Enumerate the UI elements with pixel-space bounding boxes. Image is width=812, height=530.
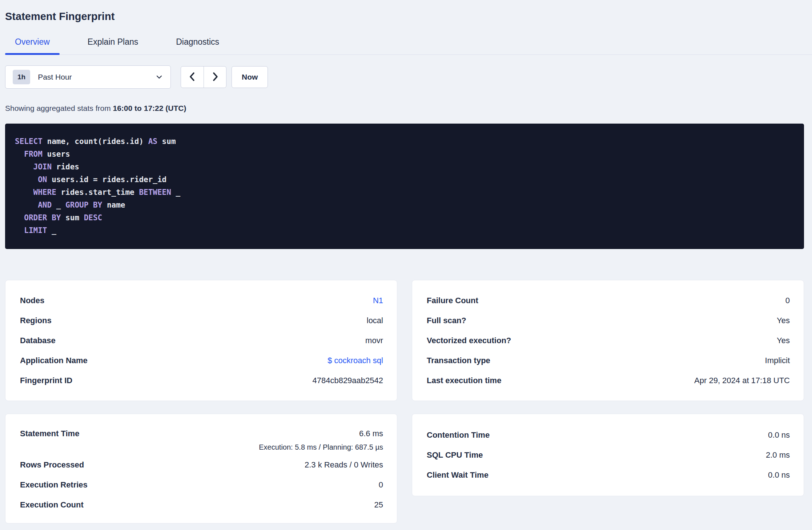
stat-subvalue: Execution: 5.8 ms / Planning: 687.5 µs xyxy=(20,443,383,455)
stat-row: Client Wait Time0.0 ns xyxy=(427,465,790,485)
aggregated-stats-summary: Showing aggregated stats from 16:00 to 1… xyxy=(5,104,812,113)
aggregated-stats-range: 16:00 to 17:22 (UTC) xyxy=(113,104,186,112)
statement-times-card: Statement Time6.6 msExecution: 5.8 ms / … xyxy=(5,414,397,523)
chevron-down-icon xyxy=(155,73,163,81)
tab-explain-plans[interactable]: Explain Plans xyxy=(78,36,148,55)
tab-diagnostics[interactable]: Diagnostics xyxy=(166,36,229,55)
stat-label: Regions xyxy=(20,316,52,325)
time-toolbar: 1h Past Hour xyxy=(5,65,812,89)
stat-value: Implicit xyxy=(765,356,790,365)
stat-label: Execution Retries xyxy=(20,480,88,490)
stat-label: Application Name xyxy=(20,356,88,365)
stat-row: Application Name$ cockroach sql xyxy=(20,350,383,370)
stat-row: Last execution timeApr 29, 2024 at 17:18… xyxy=(427,370,790,390)
stat-label: Nodes xyxy=(20,296,44,305)
stat-value-link[interactable]: N1 xyxy=(373,296,383,305)
aggregated-stats-prefix: Showing aggregated stats from xyxy=(5,104,113,112)
stat-row: Rows Processed2.3 k Reads / 0 Writes xyxy=(20,455,383,475)
stat-label: Transaction type xyxy=(427,356,490,365)
stat-value: 0.0 ns xyxy=(768,430,790,440)
stat-row: NodesN1 xyxy=(20,290,383,310)
stat-label: Rows Processed xyxy=(20,460,84,470)
stat-value: 2.3 k Reads / 0 Writes xyxy=(305,460,383,470)
stat-label: Statement Time xyxy=(20,429,79,438)
stat-value: movr xyxy=(365,336,383,345)
stat-row: Execution Retries0 xyxy=(20,475,383,495)
next-time-window-button[interactable] xyxy=(204,67,226,88)
stat-row: Fingerprint ID4784cb829aab2542 xyxy=(20,370,383,390)
stat-label: Database xyxy=(20,336,56,345)
stat-value: Yes xyxy=(777,316,790,325)
statement-fingerprint-page: Statement Fingerprint Overview Explain P… xyxy=(0,9,812,523)
page-title: Statement Fingerprint xyxy=(5,9,812,23)
now-button[interactable]: Now xyxy=(232,66,268,88)
previous-time-window-button[interactable] xyxy=(181,67,204,88)
stat-row: Statement Time6.6 msExecution: 5.8 ms / … xyxy=(20,424,383,455)
stat-label: Execution Count xyxy=(20,500,84,510)
time-range-select[interactable]: 1h Past Hour xyxy=(5,65,171,89)
stat-value: local xyxy=(367,316,383,325)
stat-label: Full scan? xyxy=(427,316,466,325)
sql-line: LIMIT _ xyxy=(15,224,793,237)
sql-line: WHERE rides.start_time BETWEEN _ xyxy=(15,186,793,199)
chevron-left-icon xyxy=(188,71,197,83)
stat-value: 25 xyxy=(374,500,383,510)
sql-line: ON users.id = rides.rider_id xyxy=(15,173,793,186)
stat-value: 4784cb829aab2542 xyxy=(312,376,383,385)
execution-attributes-card: Failure Count0Full scan?YesVectorized ex… xyxy=(412,280,804,401)
stat-label: Contention Time xyxy=(427,430,490,440)
stat-row: Failure Count0 xyxy=(427,290,790,310)
chevron-right-icon xyxy=(210,71,220,83)
stat-row: Databasemovr xyxy=(20,330,383,350)
stat-label: Last execution time xyxy=(427,376,501,385)
stat-value: 0 xyxy=(379,480,383,490)
stat-label: Vectorized execution? xyxy=(427,336,511,345)
stat-row: Regionslocal xyxy=(20,310,383,330)
time-range-label: Past Hour xyxy=(38,73,72,81)
time-window-nav xyxy=(181,66,226,88)
stat-label: Failure Count xyxy=(427,296,478,305)
sql-line: SELECT name, count(rides.id) AS sum xyxy=(15,135,793,148)
time-range-badge: 1h xyxy=(13,70,30,84)
stat-value: 6.6 ms xyxy=(359,429,383,438)
stat-row: Transaction typeImplicit xyxy=(427,350,790,370)
stat-row: Contention Time0.0 ns xyxy=(427,425,790,445)
stat-value-link[interactable]: $ cockroach sql xyxy=(327,356,383,365)
sql-line: JOIN rides xyxy=(15,161,793,173)
stat-label: Client Wait Time xyxy=(427,470,489,480)
sql-line: AND _ GROUP BY name xyxy=(15,199,793,212)
details-card: NodesN1RegionslocalDatabasemovrApplicati… xyxy=(5,280,397,401)
sql-line: FROM users xyxy=(15,148,793,161)
stat-value: 0 xyxy=(785,296,790,305)
sql-code-block: SELECT name, count(rides.id) AS sum FROM… xyxy=(5,124,804,249)
stats-cards-grid: NodesN1RegionslocalDatabasemovrApplicati… xyxy=(5,280,804,523)
stat-row: Full scan?Yes xyxy=(427,310,790,330)
stat-label: Fingerprint ID xyxy=(20,376,72,385)
stat-row: Vectorized execution?Yes xyxy=(427,330,790,350)
tab-overview[interactable]: Overview xyxy=(5,36,60,55)
stat-row: Execution Count25 xyxy=(20,495,383,515)
resource-times-card: Contention Time0.0 nsSQL CPU Time2.0 msC… xyxy=(412,414,804,496)
stat-label: SQL CPU Time xyxy=(427,450,483,460)
stat-row: SQL CPU Time2.0 ms xyxy=(427,445,790,465)
sql-line: ORDER BY sum DESC xyxy=(15,212,793,224)
stat-value: Yes xyxy=(777,336,790,345)
stat-value: Apr 29, 2024 at 17:18 UTC xyxy=(694,376,790,385)
tab-bar: Overview Explain Plans Diagnostics xyxy=(5,36,812,55)
stat-value: 0.0 ns xyxy=(768,470,790,480)
stat-value: 2.0 ms xyxy=(766,450,790,460)
